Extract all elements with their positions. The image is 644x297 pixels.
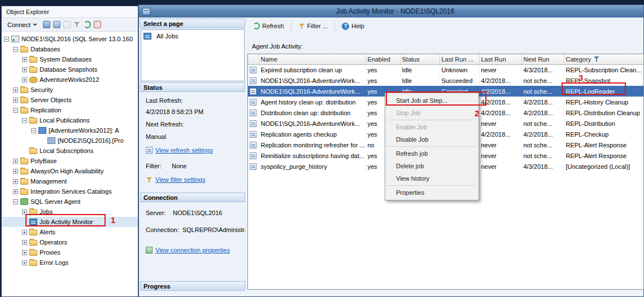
annotation-box-3 [562,82,626,95]
expand-icon[interactable]: + [13,189,18,194]
menu-item-view-history[interactable]: View history [386,172,478,185]
menu-item-delete-job[interactable]: Delete job [386,160,478,172]
next-refresh-label: Next Refresh: [140,120,245,128]
tree-item-server-objects[interactable]: +Server Objects [2,95,138,105]
tree-item-operators[interactable]: +Operators [2,237,138,247]
tree-item-replication[interactable]: −Replication [2,105,138,115]
disconnect-icon[interactable] [53,21,60,28]
expand-icon[interactable]: + [13,159,18,164]
tree-item-management[interactable]: +Management [2,176,138,186]
cell-next-run: 4/2/2018... [521,129,564,139]
tree-item-polybase[interactable]: +PolyBase [2,156,138,166]
tree-item-proxies[interactable]: +Proxies [2,247,138,257]
expand-icon[interactable]: + [13,98,18,103]
view-filter-settings-row: View filter settings [140,176,245,184]
refresh-button-label: Refresh [262,23,284,29]
connect-icon[interactable] [43,21,50,28]
tree-item-label: Local Subscriptions [40,147,93,154]
tree-item-sql-server-agent[interactable]: −SQL Server Agent [2,196,138,207]
menu-item-refresh-job[interactable]: Refresh job [386,147,478,160]
cell-name: Reinitialize subscriptions having dat... [259,150,365,161]
folder-icon [29,260,37,266]
job-icon-cell [248,64,259,75]
expand-icon[interactable]: + [22,67,27,72]
cell-next-run: not sche... [521,118,564,129]
cell-name: NODE1\SQL2016-AdventureWork... [259,75,365,86]
column-header-status[interactable]: Status [400,54,440,64]
titlebar[interactable]: Job Activity Monitor - NODE1\SQL2016 [139,5,643,18]
tree-item-adventureworks2012[interactable]: +AdventureWorks2012 [2,75,138,85]
view-filter-settings-link[interactable]: View filter settings [155,176,205,184]
cell-category: REPL-Alert Response [564,150,643,161]
database-icon [29,77,37,83]
refresh-icon[interactable] [84,21,91,28]
tree-item-alwayson-high-availability[interactable]: +AlwaysOn High Availability [2,166,138,176]
column-header-last-run[interactable]: Last Run ... [440,54,479,64]
collapse-icon[interactable]: − [13,199,18,204]
view-refresh-settings-link[interactable]: View refresh settings [155,146,213,154]
expand-icon[interactable]: + [13,179,18,184]
refresh-button[interactable]: Refresh [250,21,288,31]
tree-item-error-logs[interactable]: +Error Logs [2,257,138,268]
column-header-next-run[interactable]: Next Run [521,54,564,64]
cell-category: REPL-Distribution [564,118,643,129]
column-header-label: Last Run [481,56,506,63]
tree-item-local-publications[interactable]: −Local Publications [2,115,138,125]
expand-icon[interactable]: + [22,77,27,82]
tree-item-database-snapshots[interactable]: +Database Snapshots [2,64,138,75]
column-header-category[interactable]: Category [564,54,643,64]
view-connection-properties-row: View connection properties [140,246,245,254]
view-connection-properties-link[interactable]: View connection properties [155,246,230,254]
job-icon [250,77,256,84]
folder-icon [20,108,28,113]
collapse-icon[interactable]: − [22,118,27,123]
filter-button[interactable]: Filter ... [295,21,332,31]
expand-icon[interactable]: + [22,57,27,62]
refresh-icon [253,23,260,29]
cell-category: REPL-History Cleanup [564,97,643,107]
cell-name: Replication agents checkup [259,129,365,139]
page-item-all-jobs[interactable]: All Jobs [142,31,243,41]
category-filter-icon[interactable] [593,56,600,62]
cell-name: Replication monitoring refresher for ... [259,139,365,150]
tree-item-system-databases[interactable]: +System Databases [2,54,138,64]
filter-icon[interactable] [73,21,81,28]
help-button[interactable]: Help [338,21,368,32]
tree-item-integration-services-catalogs[interactable]: +Integration Services Catalogs [2,186,138,196]
collapse-icon[interactable]: − [13,47,18,52]
menu-item-properties[interactable]: Properties [386,186,478,199]
tree-item-node1-sql2016-sql-server-13-0-160[interactable]: −NODE1\SQL2016 (SQL Server 13.0.160 [2,34,138,44]
tree-item-security[interactable]: +Security [2,85,138,95]
cell-next-run: not sche... [521,139,564,150]
stop-icon[interactable] [63,21,71,28]
expand-icon[interactable]: + [22,230,27,235]
cell-last-run-outcome: Unknown [440,64,479,75]
column-header-enabled[interactable]: Enabled [365,54,400,64]
tree-item-databases[interactable]: −Databases [2,44,138,54]
column-header-last-run[interactable]: Last Run [479,54,521,64]
tree-item-node2-sql2016-pro[interactable]: [NODE2\SQL2016].[Pro [2,136,138,146]
cell-name: Distribution clean up: distribution [259,107,365,118]
tree-item-alerts[interactable]: +Alerts [2,227,138,237]
expand-icon[interactable]: + [22,240,27,245]
tree-item-adventureworks2012-a[interactable]: −[AdventureWorks2012]: A [2,125,138,136]
expand-icon[interactable]: + [13,169,18,174]
job-row[interactable]: Expired subscription clean upyesIdleUnkn… [248,64,643,75]
collapse-icon[interactable]: − [31,128,36,133]
object-explorer-title: Object Explorer [2,6,138,18]
column-header-name[interactable]: Name [259,54,365,64]
collapse-icon[interactable]: − [4,37,9,42]
activity-icon[interactable] [94,21,101,28]
annotation-box-2 [386,91,486,106]
help-button-label: Help [351,23,364,29]
folder-icon [20,189,28,195]
connect-dropdown[interactable]: Connect [5,20,40,30]
cell-last-run: never [479,118,521,129]
collapse-icon[interactable]: − [13,108,18,113]
expand-icon[interactable]: + [22,250,27,255]
menu-item-disable-job[interactable]: Disable Job [386,133,478,146]
expand-icon[interactable]: + [13,88,18,93]
tree-item-local-subscriptions[interactable]: Local Subscriptions [2,146,138,156]
filter-label: Filter: [146,162,172,170]
expand-icon[interactable]: + [22,260,27,265]
